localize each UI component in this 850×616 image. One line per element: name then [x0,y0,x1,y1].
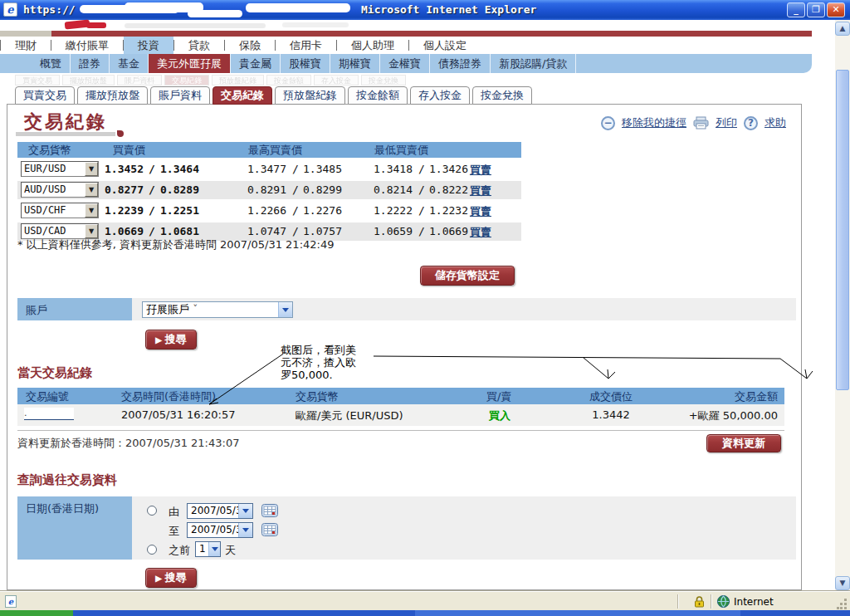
print-link[interactable]: 列印 [716,115,737,130]
chevron-down-icon[interactable] [238,523,252,537]
search-button[interactable]: ▶搜尋 [145,330,197,350]
restore-button[interactable]: ❐ [807,2,825,17]
nav-item-insurance[interactable]: 保險 [225,37,275,54]
tab-place-order[interactable]: 擺放預放盤 [77,86,148,105]
nav-item-personal-settings[interactable]: 個人設定 [409,37,481,54]
remove-shortcut-icon[interactable]: − [601,116,615,130]
bank-logo-strip [0,20,850,31]
bid: 0.8277 [97,183,144,196]
trade-link[interactable]: 買賣 [470,183,491,198]
currency-pair-select[interactable]: EUR/USD ▼ [21,161,99,177]
scrollbar-thumb[interactable] [836,70,849,390]
col-low: 最低買賣價 [374,143,428,158]
from-label: 由 [169,505,179,520]
today-transactions-heading: 當天交易紀錄 [17,365,92,381]
subnav-item-equity-linked[interactable]: 股權寶 [281,54,330,73]
help-link[interactable]: 求助 [765,115,786,130]
high-bid: 0.8291 [243,183,286,196]
nav-item-bill-payment[interactable]: 繳付賬單 [51,37,123,54]
high-ask: 1.3485 [303,163,342,175]
days-before-radio[interactable] [147,545,157,555]
txn-pair: 歐羅/美元 (EUR/USD) [296,408,403,423]
currency-pair-select[interactable]: USD/CHF ▼ [21,203,99,218]
transaction-row: . 2007/05/31 16:20:57 歐羅/美元 (EUR/USD) 買入… [17,404,784,426]
chevron-down-icon[interactable] [238,504,252,518]
ask: 1.2251 [160,204,199,217]
bid: 1.2239 [97,204,144,217]
tab-trade[interactable]: 買賣交易 [15,86,75,105]
chevron-down-icon[interactable] [278,302,292,317]
chevron-down-icon[interactable]: ▼ [85,224,98,238]
title-underline-bar [16,132,115,136]
printer-icon[interactable] [693,116,709,130]
subnav-item-securities[interactable]: 證券 [71,54,110,73]
account-select[interactable]: 孖展賬戶 ˇ [142,301,293,318]
subnav-item-option-linked[interactable]: 期權寶 [330,54,380,73]
tab-account-info[interactable]: 賬戶資料 [150,86,210,105]
resize-grip[interactable] [837,599,848,609]
window-titlebar[interactable]: e https:// Microsoft Internet Explorer _… [0,0,850,20]
subnav-item-precious-metals[interactable]: 貴金屬 [231,54,281,73]
subnav-item-fx-margin[interactable]: 美元外匯孖展 [149,54,231,73]
subnav-item-ipo-loan[interactable]: 新股認購/貸款 [491,54,576,73]
chevron-down-icon[interactable]: ▼ [85,162,98,176]
nav-item-credit-card[interactable]: 信用卡 [276,37,336,54]
col-bidask: 買賣價 [113,143,145,158]
start-button-strip [0,610,73,616]
page-title: 交易紀錄 [24,110,107,134]
close-button[interactable]: ✕ [827,2,845,17]
tab-margin-balance[interactable]: 按金餘額 [348,86,408,105]
tab-transaction-records[interactable]: 交易紀錄 [212,86,272,105]
play-icon: ▶ [155,574,162,583]
subnav-item-funds[interactable]: 基金 [110,54,149,73]
ask: 0.8289 [160,183,199,196]
scroll-down-button[interactable]: ▼ [835,576,850,590]
chevron-down-icon[interactable] [208,542,220,556]
transaction-id-link[interactable]: . [24,408,74,420]
date-range-radio[interactable] [147,506,157,516]
col-amount: 交易金額 [735,389,778,404]
remove-shortcut-link[interactable]: 移除我的捷徑 [622,115,686,130]
tab-deposit-margin[interactable]: 存入按金 [410,86,470,105]
trade-link[interactable]: 買賣 [470,204,491,219]
redaction-scribble [246,3,350,12]
bid: 1.3452 [97,163,144,175]
subnav-item-gold-linked[interactable]: 金權寶 [380,54,430,73]
lock-icon [694,596,705,608]
refresh-data-button[interactable]: 資料更新 [706,434,781,452]
history-search-button[interactable]: ▶搜尋 [145,568,197,588]
fx-rate-row: USD/CHF ▼ 1.2239 / 1.2251 1.2266 / 1.227… [17,202,521,220]
to-date-select[interactable]: 2007/05/30 [187,522,253,538]
chevron-down-icon[interactable]: ▼ [85,183,98,197]
low-ask: 1.0669 [429,225,468,237]
currency-pair-select[interactable]: AUD/USD ▼ [21,182,99,198]
from-date-select[interactable]: 2007/05/30 [187,503,253,519]
minimize-button[interactable]: _ [787,2,805,17]
trade-link[interactable]: 買賣 [470,163,491,178]
low-bid: 1.0659 [369,225,413,237]
tab-order-records[interactable]: 預放盤紀錄 [275,86,345,105]
subnav-item-debt-securities[interactable]: 債務證券 [430,54,491,73]
tab-margin-exchange[interactable]: 按金兌換 [472,86,532,105]
nav-item-loans[interactable]: 貸款 [174,37,224,54]
fx-rate-row: EUR/USD ▼ 1.3452 / 1.3464 1.3477 / 1.348… [17,160,521,178]
trade-link[interactable]: 買賣 [470,225,491,240]
header-gray-block [0,31,51,37]
disclaimer-note: * 以上資料僅供參考, 資料更新於香港時間 2007/05/31 21:42:4… [17,237,334,252]
globe-icon [717,595,730,608]
ask: 1.0681 [160,225,199,237]
chevron-down-icon[interactable]: ▼ [85,203,98,218]
subnav-item-overview[interactable]: 概覽 [32,54,71,73]
help-icon[interactable]: ? [744,116,758,130]
days-select[interactable]: 1 [195,541,221,557]
calendar-icon[interactable] [261,523,278,536]
before-label: 之前 [169,543,190,558]
nav-item-banking[interactable]: 理財 [1,37,51,54]
calendar-icon[interactable] [261,504,278,517]
save-currency-settings-button[interactable]: 儲存貨幣設定 [420,266,515,286]
nav-item-personal-assistant[interactable]: 個人助理 [337,37,408,54]
scroll-up-button[interactable]: ▲ [835,22,850,36]
header-red-stripe [51,31,812,37]
col-txn-pair: 交易貨幣 [296,389,339,404]
nav-item-investment[interactable]: 投資 [124,37,173,54]
